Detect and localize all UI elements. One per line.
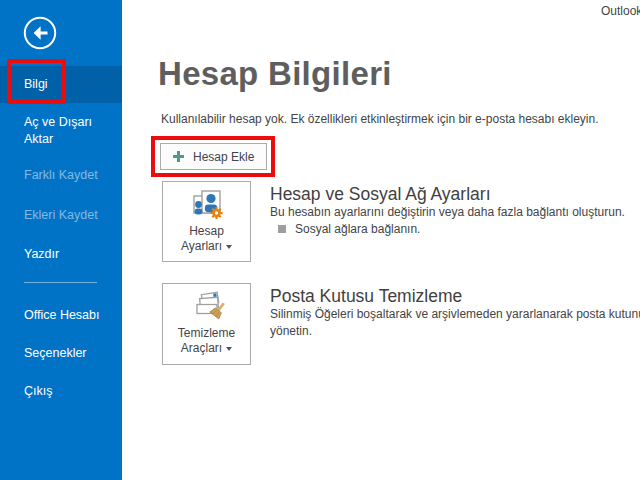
account-settings-icon — [189, 189, 225, 220]
add-account-label: Hesap Ekle — [193, 150, 254, 164]
sidebar-item-ac-ve-disari-aktar[interactable]: Aç ve Dışarı Aktar — [24, 114, 114, 148]
back-arrow-icon — [23, 16, 57, 50]
add-plus-icon — [172, 150, 185, 163]
cleanup-tools-icon — [189, 291, 225, 322]
account-settings-description: Bu hesabın ayarlarını değiştirin veya da… — [270, 204, 625, 221]
back-button[interactable] — [23, 16, 57, 50]
mailbox-cleanup-description-line2: yönetin. — [270, 323, 640, 340]
mailbox-cleanup-description: Silinmiş Öğeleri boşaltarak ve arşivleme… — [270, 306, 640, 340]
add-account-button[interactable]: Hesap Ekle — [160, 143, 267, 170]
sidebar-item-yazdir[interactable]: Yazdır — [24, 246, 114, 263]
sidebar-item-label: Çıkış — [24, 384, 52, 398]
social-networks-bullet-text: Sosyal ağlara bağlanın. — [295, 222, 420, 236]
sidebar-item-cikis[interactable]: Çıkış — [24, 383, 114, 400]
sidebar-item-secenekler[interactable]: Seçenekler — [24, 345, 114, 362]
sidebar-item-label: Bilgi — [24, 76, 48, 93]
bullet-square-icon — [278, 225, 286, 233]
outlook-backstage-window: Outlook Bilgi Aç ve Dışarı Aktar Farklı … — [0, 0, 640, 480]
sidebar-item-office-hesabi[interactable]: Office Hesabı — [24, 307, 114, 324]
mailbox-cleanup-description-line1: Silinmiş Öğeleri boşaltarak ve arşivleme… — [270, 306, 640, 323]
cleanup-tools-button-label-2: Araçları — [181, 341, 232, 356]
sidebar-item-label: Ekleri Kaydet — [24, 208, 98, 222]
window-title: Outlook — [601, 4, 640, 18]
sidebar-item-label: Seçenekler — [24, 346, 87, 360]
account-settings-button-label-2: Ayarları — [181, 239, 232, 254]
cleanup-tools-button-label-1: Temizleme — [178, 326, 235, 341]
cleanup-tools-button[interactable]: Temizleme Araçları — [162, 283, 251, 365]
sidebar-item-bilgi[interactable]: Bilgi — [0, 66, 122, 103]
sidebar-item-ekleri-kaydet: Ekleri Kaydet — [24, 207, 114, 224]
sidebar-divider — [24, 282, 97, 283]
account-settings-button-label-1: Hesap — [189, 224, 224, 239]
page-title: Hesap Bilgileri — [158, 55, 392, 93]
sidebar-item-label: Farklı Kaydet — [24, 168, 98, 182]
dropdown-arrow-icon — [226, 245, 232, 249]
sidebar-item-label: Aç ve Dışarı Aktar — [24, 115, 92, 146]
sidebar-item-label: Office Hesabı — [24, 308, 100, 322]
dropdown-arrow-icon — [226, 347, 232, 351]
social-networks-bullet: Sosyal ağlara bağlanın. — [278, 222, 420, 236]
sidebar-item-label: Yazdır — [24, 247, 59, 261]
mailbox-cleanup-heading: Posta Kutusu Temizleme — [270, 286, 462, 307]
backstage-sidebar: Bilgi Aç ve Dışarı Aktar Farklı Kaydet E… — [0, 0, 122, 480]
gear-icon — [210, 207, 222, 219]
sidebar-item-farkli-kaydet: Farklı Kaydet — [24, 167, 114, 184]
account-settings-heading: Hesap ve Sosyal Ağ Ayarları — [270, 184, 491, 205]
account-settings-button[interactable]: Hesap Ayarları — [162, 181, 251, 262]
no-account-text: Kullanılabilir hesap yok. Ek özellikleri… — [161, 112, 599, 126]
